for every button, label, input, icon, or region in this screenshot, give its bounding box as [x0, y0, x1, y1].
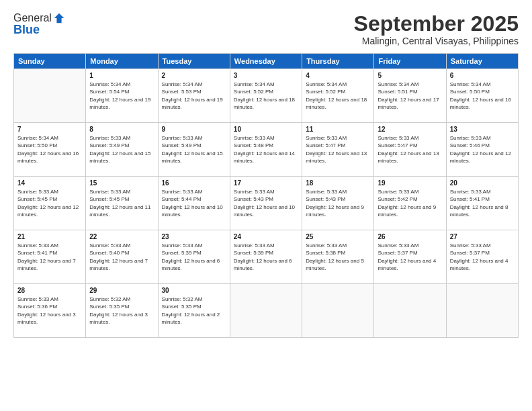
day-number: 10: [234, 126, 298, 133]
day-info: Sunrise: 5:33 AMSunset: 5:49 PMDaylight:…: [89, 134, 154, 165]
table-row: [14, 69, 86, 123]
logo-blue-text: Blue: [13, 23, 65, 37]
day-number: 28: [17, 287, 82, 294]
day-info: Sunrise: 5:33 AMSunset: 5:36 PMDaylight:…: [17, 295, 82, 326]
col-saturday: Saturday: [446, 54, 518, 69]
calendar-week-row: 21Sunrise: 5:33 AMSunset: 5:41 PMDayligh…: [14, 230, 519, 284]
day-info: Sunrise: 5:33 AMSunset: 5:38 PMDaylight:…: [306, 242, 370, 272]
table-row: 25Sunrise: 5:33 AMSunset: 5:38 PMDayligh…: [302, 230, 374, 284]
table-row: 1Sunrise: 5:34 AMSunset: 5:54 PMDaylight…: [86, 69, 158, 123]
day-info: Sunrise: 5:33 AMSunset: 5:44 PMDaylight:…: [162, 188, 226, 218]
calendar-header-row: Sunday Monday Tuesday Wednesday Thursday…: [14, 54, 519, 69]
table-row: 28Sunrise: 5:33 AMSunset: 5:36 PMDayligh…: [14, 284, 86, 338]
table-row: 2Sunrise: 5:34 AMSunset: 5:53 PMDaylight…: [158, 69, 230, 123]
day-number: 11: [306, 126, 370, 133]
day-number: 1: [89, 72, 154, 79]
calendar-week-row: 1Sunrise: 5:34 AMSunset: 5:54 PMDaylight…: [14, 69, 519, 123]
col-thursday: Thursday: [302, 54, 374, 69]
col-friday: Friday: [374, 54, 446, 69]
logo: General Blue: [13, 12, 65, 37]
table-row: 8Sunrise: 5:33 AMSunset: 5:49 PMDaylight…: [86, 123, 158, 177]
day-info: Sunrise: 5:33 AMSunset: 5:41 PMDaylight:…: [450, 188, 515, 218]
day-info: Sunrise: 5:33 AMSunset: 5:45 PMDaylight:…: [17, 188, 82, 218]
day-number: 7: [17, 126, 82, 133]
day-number: 19: [378, 179, 442, 187]
table-row: 22Sunrise: 5:33 AMSunset: 5:40 PMDayligh…: [86, 230, 158, 284]
day-info: Sunrise: 5:33 AMSunset: 5:47 PMDaylight:…: [306, 134, 370, 165]
day-info: Sunrise: 5:33 AMSunset: 5:43 PMDaylight:…: [234, 188, 298, 218]
day-number: 14: [17, 179, 82, 187]
day-info: Sunrise: 5:34 AMSunset: 5:50 PMDaylight:…: [450, 81, 515, 111]
day-info: Sunrise: 5:33 AMSunset: 5:37 PMDaylight:…: [378, 242, 442, 272]
day-number: 12: [378, 126, 442, 133]
svg-marker-0: [54, 13, 64, 23]
day-info: Sunrise: 5:32 AMSunset: 5:35 PMDaylight:…: [162, 295, 226, 326]
table-row: [302, 284, 374, 338]
day-number: 18: [306, 179, 370, 187]
table-row: 30Sunrise: 5:32 AMSunset: 5:35 PMDayligh…: [158, 284, 230, 338]
table-row: 23Sunrise: 5:33 AMSunset: 5:39 PMDayligh…: [158, 230, 230, 284]
day-info: Sunrise: 5:33 AMSunset: 5:40 PMDaylight:…: [89, 242, 154, 272]
location-title: Malingin, Central Visayas, Philippines: [354, 36, 519, 46]
header: General Blue September 2025 Malingin, Ce…: [13, 12, 519, 46]
day-info: Sunrise: 5:33 AMSunset: 5:42 PMDaylight:…: [378, 188, 442, 218]
day-number: 23: [162, 233, 226, 240]
day-number: 27: [450, 233, 515, 240]
day-number: 4: [306, 72, 370, 79]
page: General Blue September 2025 Malingin, Ce…: [0, 0, 532, 411]
day-number: 3: [234, 72, 298, 79]
day-info: Sunrise: 5:32 AMSunset: 5:35 PMDaylight:…: [89, 295, 154, 326]
day-info: Sunrise: 5:33 AMSunset: 5:43 PMDaylight:…: [306, 188, 370, 218]
day-number: 16: [162, 179, 226, 187]
table-row: 26Sunrise: 5:33 AMSunset: 5:37 PMDayligh…: [374, 230, 446, 284]
table-row: 17Sunrise: 5:33 AMSunset: 5:43 PMDayligh…: [230, 177, 302, 230]
table-row: [446, 284, 518, 338]
month-title: September 2025: [354, 12, 519, 36]
day-info: Sunrise: 5:34 AMSunset: 5:52 PMDaylight:…: [306, 81, 370, 111]
day-info: Sunrise: 5:34 AMSunset: 5:50 PMDaylight:…: [17, 134, 82, 165]
calendar-week-row: 28Sunrise: 5:33 AMSunset: 5:36 PMDayligh…: [14, 284, 519, 338]
table-row: 21Sunrise: 5:33 AMSunset: 5:41 PMDayligh…: [14, 230, 86, 284]
table-row: 27Sunrise: 5:33 AMSunset: 5:37 PMDayligh…: [446, 230, 518, 284]
table-row: 6Sunrise: 5:34 AMSunset: 5:50 PMDaylight…: [446, 69, 518, 123]
day-info: Sunrise: 5:33 AMSunset: 5:39 PMDaylight:…: [234, 242, 298, 272]
table-row: 14Sunrise: 5:33 AMSunset: 5:45 PMDayligh…: [14, 177, 86, 230]
table-row: 19Sunrise: 5:33 AMSunset: 5:42 PMDayligh…: [374, 177, 446, 230]
day-info: Sunrise: 5:33 AMSunset: 5:49 PMDaylight:…: [162, 134, 226, 165]
day-info: Sunrise: 5:34 AMSunset: 5:52 PMDaylight:…: [234, 81, 298, 111]
table-row: 10Sunrise: 5:33 AMSunset: 5:48 PMDayligh…: [230, 123, 302, 177]
table-row: 18Sunrise: 5:33 AMSunset: 5:43 PMDayligh…: [302, 177, 374, 230]
day-info: Sunrise: 5:34 AMSunset: 5:51 PMDaylight:…: [378, 81, 442, 111]
day-number: 17: [234, 179, 298, 187]
table-row: 29Sunrise: 5:32 AMSunset: 5:35 PMDayligh…: [86, 284, 158, 338]
table-row: 16Sunrise: 5:33 AMSunset: 5:44 PMDayligh…: [158, 177, 230, 230]
calendar-week-row: 7Sunrise: 5:34 AMSunset: 5:50 PMDaylight…: [14, 123, 519, 177]
day-info: Sunrise: 5:33 AMSunset: 5:37 PMDaylight:…: [450, 242, 515, 272]
table-row: 4Sunrise: 5:34 AMSunset: 5:52 PMDaylight…: [302, 69, 374, 123]
calendar-table: Sunday Monday Tuesday Wednesday Thursday…: [13, 53, 519, 338]
day-number: 15: [89, 179, 154, 187]
day-number: 9: [162, 126, 226, 133]
table-row: 20Sunrise: 5:33 AMSunset: 5:41 PMDayligh…: [446, 177, 518, 230]
day-info: Sunrise: 5:33 AMSunset: 5:39 PMDaylight:…: [162, 242, 226, 272]
title-block: September 2025 Malingin, Central Visayas…: [354, 12, 519, 46]
day-number: 21: [17, 233, 82, 240]
day-number: 13: [450, 126, 515, 133]
day-info: Sunrise: 5:33 AMSunset: 5:45 PMDaylight:…: [89, 188, 154, 218]
day-number: 6: [450, 72, 515, 79]
table-row: 15Sunrise: 5:33 AMSunset: 5:45 PMDayligh…: [86, 177, 158, 230]
table-row: 12Sunrise: 5:33 AMSunset: 5:47 PMDayligh…: [374, 123, 446, 177]
table-row: 9Sunrise: 5:33 AMSunset: 5:49 PMDaylight…: [158, 123, 230, 177]
day-number: 26: [378, 233, 442, 240]
calendar-week-row: 14Sunrise: 5:33 AMSunset: 5:45 PMDayligh…: [14, 177, 519, 230]
day-number: 30: [162, 287, 226, 294]
day-number: 22: [89, 233, 154, 240]
day-info: Sunrise: 5:33 AMSunset: 5:46 PMDaylight:…: [450, 134, 515, 165]
day-info: Sunrise: 5:33 AMSunset: 5:47 PMDaylight:…: [378, 134, 442, 165]
day-number: 25: [306, 233, 370, 240]
table-row: 11Sunrise: 5:33 AMSunset: 5:47 PMDayligh…: [302, 123, 374, 177]
table-row: [230, 284, 302, 338]
col-sunday: Sunday: [14, 54, 86, 69]
day-info: Sunrise: 5:33 AMSunset: 5:48 PMDaylight:…: [234, 134, 298, 165]
day-number: 20: [450, 179, 515, 187]
